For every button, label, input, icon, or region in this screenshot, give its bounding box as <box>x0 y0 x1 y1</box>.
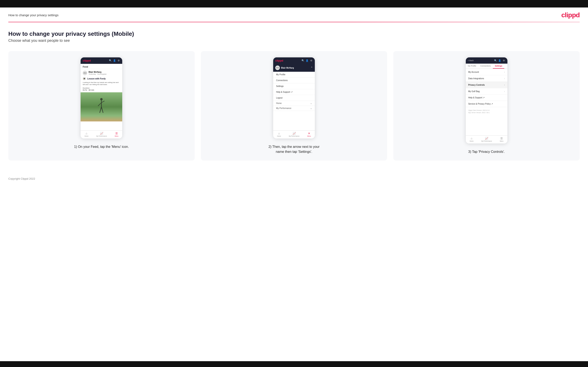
settings-row-privacy[interactable]: Privacy Controls › <box>466 82 507 88</box>
svg-line-2 <box>98 102 101 106</box>
nav-home: ⌂ Home <box>85 132 88 137</box>
settings-icon-2: ⚙ <box>310 59 313 62</box>
nav-3-home: ⌂ Home <box>469 137 474 142</box>
lesson-row: 🎓 Lesson with Fordy <box>81 76 122 81</box>
post-header: BM Blair McHarg Yesterday · Sunningdale <box>81 69 122 76</box>
phone-1-logo: clippd <box>83 59 91 62</box>
post-author: Blair McHarg <box>88 71 106 73</box>
phone-3-icons: 🔍 👤 ⚙ <box>494 59 505 62</box>
menu-item-connections[interactable]: Connections <box>273 78 315 83</box>
svg-line-5 <box>101 107 103 113</box>
nav-performance: 📈 My Performance <box>96 132 107 137</box>
menu-icon: ☰ <box>115 132 118 135</box>
tab-settings[interactable]: Settings <box>493 64 504 69</box>
lesson-desc: Looking to feel like my hands are exitin… <box>81 81 122 87</box>
menu-item-help[interactable]: Help & Support ↗ <box>273 89 315 95</box>
home-icon-2: ⌂ <box>278 132 280 135</box>
breadcrumb: How to change your privacy settings <box>8 13 59 17</box>
nav-performance-label: My Performance <box>96 135 107 137</box>
copyright: Copyright Clippd 2022 <box>8 177 35 180</box>
post-meta: Blair McHarg Yesterday · Sunningdale <box>88 71 106 75</box>
menu-item-settings[interactable]: Settings <box>273 83 315 89</box>
lesson-title: Lesson with Fordy <box>87 78 105 80</box>
home-icon-3: ⌂ <box>471 137 472 140</box>
step-1-card: clippd 🔍 👤 ⚙ Feed BM Blair McHarg Yeste <box>8 51 195 160</box>
person-icon-3: 👤 <box>498 59 501 62</box>
menu-user-row: BM Blair McHarg ⌃ <box>273 64 315 72</box>
golf-image <box>81 92 122 121</box>
menu-icon-3: ☰ <box>500 137 503 140</box>
step-1-caption: 1) On your Feed, tap the 'Menu' icon. <box>74 144 129 149</box>
nav-2-menu-label: Menu <box>307 135 311 137</box>
phone-2-body: BM Blair McHarg ⌃ My Profile Connections <box>273 64 315 130</box>
page-heading: How to change your privacy settings (Mob… <box>8 31 580 37</box>
menu-overlay: BM Blair McHarg ⌃ My Profile Connections <box>273 64 315 130</box>
phone-3-topbar: < Back 🔍 👤 ⚙ <box>466 57 507 64</box>
header: How to change your privacy settings clip… <box>0 8 588 19</box>
chevron-right-privacy: › <box>504 83 505 86</box>
person-icon-2: 👤 <box>306 59 309 62</box>
home-icon: ⌂ <box>86 132 87 135</box>
step-2-card: clippd 🔍 👤 ⚙ BM <box>201 51 387 160</box>
settings-row-data[interactable]: Data Integrations › <box>466 75 507 82</box>
menu-icon-2: ✕ <box>308 132 310 135</box>
step-2-caption: 2) Then, tap the arrow next to your name… <box>265 144 323 154</box>
version-info: Clippd Client Version: 2022.8.3-3 SQL Se… <box>466 107 507 116</box>
phone-2-logo: clippd <box>275 59 283 62</box>
performance-icon-2: 📈 <box>293 132 296 135</box>
settings-row-help[interactable]: Help & Support ↗ <box>466 95 507 101</box>
nav-3-performance-label: My Performance <box>481 140 492 142</box>
menu-item-profile[interactable]: My Profile <box>273 72 315 78</box>
nav-2-performance-label: My Performance <box>289 135 299 137</box>
menu-item-logout[interactable]: Logout <box>273 95 315 101</box>
search-icon: 🔍 <box>109 59 112 62</box>
duration-val: 01 hr : 30 min <box>81 89 122 92</box>
top-bar <box>0 0 588 8</box>
nav-2-home: ⌂ Home <box>277 132 281 137</box>
chevron-right-golfbag: › <box>504 90 505 92</box>
svg-line-3 <box>101 101 104 102</box>
lesson-icon: 🎓 <box>83 77 86 80</box>
post-sub: Yesterday · Sunningdale <box>88 73 106 75</box>
phone-1-topbar: clippd 🔍 👤 ⚙ <box>81 57 122 64</box>
steps-grid: clippd 🔍 👤 ⚙ Feed BM Blair McHarg Yeste <box>8 51 580 160</box>
tab-connections[interactable]: Connections <box>478 64 493 69</box>
svg-line-4 <box>100 107 101 113</box>
chevron-right-account: › <box>504 71 505 73</box>
phone-2-icons: 🔍 👤 ⚙ <box>302 59 313 62</box>
phone-1-bottom-nav: ⌂ Home 📈 My Performance ☰ Menu <box>81 130 122 139</box>
step-1-phone: clippd 🔍 👤 ⚙ Feed BM Blair McHarg Yeste <box>81 57 122 139</box>
step-3-card: < Back 🔍 👤 ⚙ My Profile Connections Sett… <box>393 51 580 160</box>
chevron-right-data: › <box>504 77 505 80</box>
settings-row-account[interactable]: My Account › <box>466 69 507 75</box>
phone-1-body: Feed BM Blair McHarg Yesterday · Sunning… <box>81 64 122 130</box>
footer: Copyright Clippd 2022 <box>0 173 588 184</box>
settings-icon: ⚙ <box>117 59 120 62</box>
nav-3-menu-label: Menu <box>500 140 503 142</box>
step-3-caption: 3) Tap 'Privacy Controls'. <box>468 149 505 154</box>
menu-avatar: BM <box>275 66 280 70</box>
settings-row-golfbag[interactable]: My Golf Bag › <box>466 88 507 95</box>
phone-2-bottom-nav: ⌂ Home 📈 My Performance ✕ Menu <box>273 130 315 139</box>
person-icon: 👤 <box>113 59 116 62</box>
duration-label: Duration <box>81 87 122 89</box>
bottom-bar <box>0 361 588 367</box>
settings-tabs: My Profile Connections Settings <box>466 64 507 69</box>
step-3-phone: < Back 🔍 👤 ⚙ My Profile Connections Sett… <box>466 57 507 143</box>
phone-3-bottom-nav: ⌂ Home 📈 My Performance ☰ Menu <box>466 135 507 143</box>
phone-1-icons: 🔍 👤 ⚙ <box>109 59 120 62</box>
phone-2-topbar: clippd 🔍 👤 ⚙ <box>273 57 315 64</box>
nav-2-home-label: Home <box>277 135 281 137</box>
feed-tab: Feed <box>81 64 122 69</box>
performance-icon-3: 📈 <box>485 137 488 140</box>
nav-menu: ☰ Menu <box>115 132 119 137</box>
menu-nav-home: Home ⌄ <box>273 101 315 106</box>
tab-my-profile[interactable]: My Profile <box>466 64 478 69</box>
settings-row-service[interactable]: Service & Privacy Policy ↗ <box>466 101 507 107</box>
step-2-phone: clippd 🔍 👤 ⚙ BM <box>273 57 315 139</box>
nav-2-menu: ✕ Menu <box>307 132 311 137</box>
nav-home-label: Home <box>85 135 88 137</box>
search-icon-3: 🔍 <box>494 59 497 62</box>
back-button[interactable]: < Back <box>468 59 474 62</box>
nav-3-home-label: Home <box>469 140 474 142</box>
